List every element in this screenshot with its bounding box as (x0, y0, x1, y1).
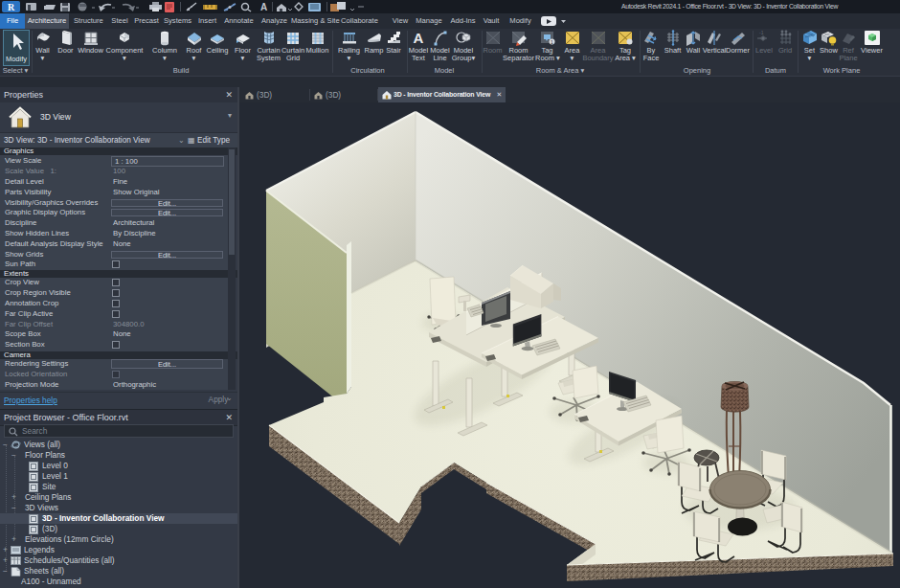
svg-text:-1: -1 (759, 30, 764, 35)
svg-text:1: 1 (551, 39, 553, 45)
svg-text:R: R (8, 2, 15, 12)
svg-text:A: A (260, 2, 267, 12)
svg-text:A: A (414, 30, 424, 46)
